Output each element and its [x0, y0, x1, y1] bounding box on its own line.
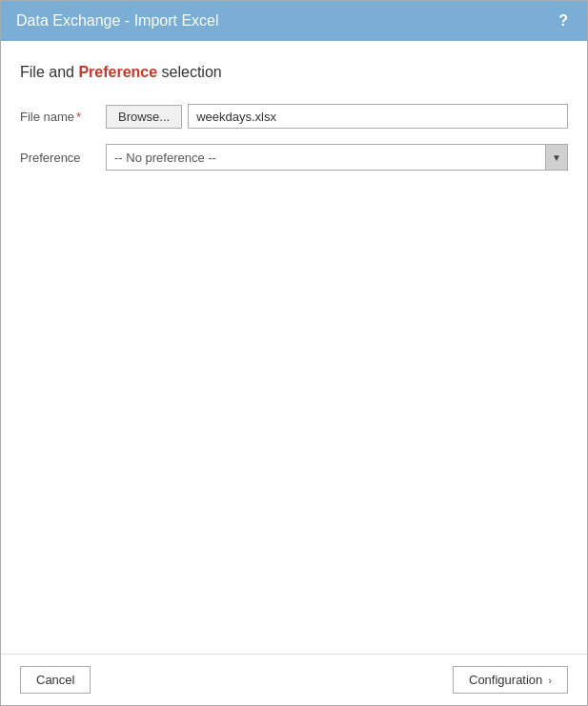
section-title: File and Preference selection — [20, 64, 568, 81]
dialog-header: Data Exchange - Import Excel ? — [1, 1, 587, 41]
file-name-display: weekdays.xlsx — [188, 104, 568, 129]
file-name-label: File name* — [20, 110, 106, 124]
preference-select-wrapper: -- No preference -- ▼ — [106, 144, 568, 171]
browse-button[interactable]: Browse... — [106, 105, 182, 129]
help-button[interactable]: ? — [555, 12, 572, 30]
cancel-button[interactable]: Cancel — [20, 666, 91, 694]
file-input-group: Browse... weekdays.xlsx — [106, 104, 568, 129]
chevron-right-icon: › — [548, 675, 552, 686]
dialog-title: Data Exchange - Import Excel — [16, 12, 219, 30]
dialog-container: Data Exchange - Import Excel ? File and … — [0, 0, 588, 706]
dialog-footer: Cancel Configuration › — [1, 654, 587, 705]
dialog-body: File and Preference selection File name*… — [1, 41, 587, 654]
configuration-label: Configuration — [469, 673, 542, 687]
preference-select[interactable]: -- No preference -- — [106, 144, 568, 171]
preference-label: Preference — [20, 151, 106, 165]
section-title-part1: File and — [20, 64, 78, 80]
file-name-row: File name* Browse... weekdays.xlsx — [20, 104, 568, 129]
preference-row: Preference -- No preference -- ▼ — [20, 144, 568, 171]
section-title-part2: selection — [157, 64, 222, 80]
required-star: * — [76, 110, 81, 124]
section-title-highlight: Preference — [78, 64, 157, 80]
configuration-button[interactable]: Configuration › — [453, 666, 568, 694]
